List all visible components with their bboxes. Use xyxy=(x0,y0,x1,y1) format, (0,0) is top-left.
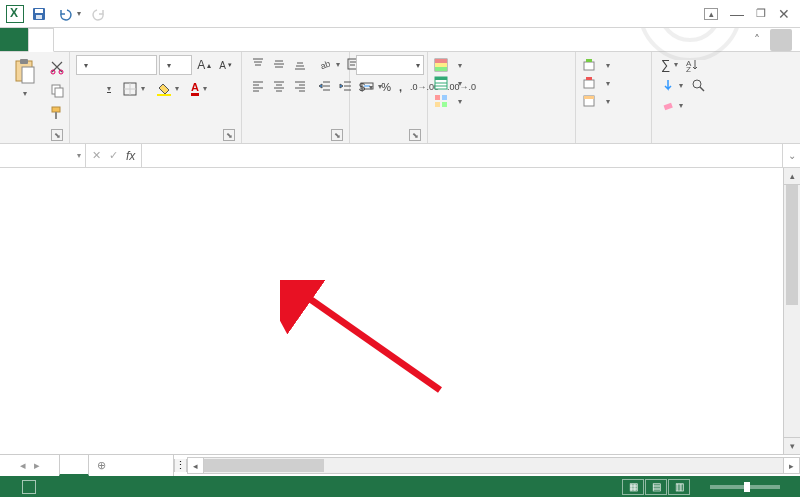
group-font: ⬊ xyxy=(76,138,235,143)
tab-insert[interactable] xyxy=(54,28,78,51)
formula-input[interactable] xyxy=(148,150,776,162)
worksheet-grid: ▴▾ xyxy=(0,168,800,454)
cut-icon[interactable] xyxy=(46,57,68,77)
close-icon[interactable]: ✕ xyxy=(778,6,790,22)
align-bottom-icon[interactable] xyxy=(290,55,310,73)
ribbon-options-icon[interactable]: ▴ xyxy=(704,8,718,20)
macro-record-icon[interactable] xyxy=(22,480,36,494)
copy-icon[interactable] xyxy=(46,80,68,100)
new-sheet-icon[interactable]: ⊕ xyxy=(89,455,113,476)
cell-styles-button[interactable]: ▾ xyxy=(434,93,569,109)
quick-access-toolbar: ▾ xyxy=(0,4,126,24)
group-styles xyxy=(434,138,569,143)
svg-line-69 xyxy=(700,87,704,91)
number-launcher-icon[interactable]: ⬊ xyxy=(409,129,421,141)
name-box[interactable]: ▾ xyxy=(0,144,86,167)
align-top-icon[interactable] xyxy=(248,55,268,73)
enter-formula-icon[interactable]: ✓ xyxy=(109,149,118,162)
normal-view-icon[interactable]: ▦ xyxy=(622,479,644,495)
percent-format-icon[interactable]: % xyxy=(378,79,394,95)
paste-button[interactable]: ▾ xyxy=(6,55,42,100)
number-format-combo[interactable]: ▾ xyxy=(356,55,424,75)
svg-rect-63 xyxy=(586,77,592,80)
status-bar: ▦ ▤ ▥ xyxy=(0,476,800,497)
tab-file[interactable] xyxy=(0,28,28,51)
tab-review[interactable] xyxy=(150,28,174,51)
svg-rect-61 xyxy=(586,59,592,62)
font-color-icon[interactable]: A▾ xyxy=(188,79,210,98)
format-as-table-button[interactable]: ▾ xyxy=(434,75,569,91)
svg-rect-50 xyxy=(435,63,447,67)
qat-customize-icon[interactable] xyxy=(114,12,120,16)
orientation-icon[interactable]: ab▾ xyxy=(315,55,343,73)
vertical-scrollbar[interactable]: ▴▾ xyxy=(783,168,800,454)
restore-icon[interactable]: ❐ xyxy=(756,7,766,20)
font-launcher-icon[interactable]: ⬊ xyxy=(223,129,235,141)
autosum-icon[interactable]: ∑▾ xyxy=(658,55,681,74)
format-painter-icon[interactable] xyxy=(46,103,68,123)
redo-icon[interactable] xyxy=(88,4,110,24)
group-alignment: ⬊ xyxy=(248,138,343,143)
svg-rect-13 xyxy=(55,112,57,119)
svg-point-68 xyxy=(693,80,701,88)
cancel-formula-icon[interactable]: ✕ xyxy=(92,149,101,162)
alignment-launcher-icon[interactable]: ⬊ xyxy=(331,129,343,141)
name-box-input[interactable] xyxy=(4,150,58,162)
minimize-icon[interactable]: — xyxy=(730,6,744,22)
svg-rect-11 xyxy=(55,88,63,97)
undo-icon[interactable]: ▾ xyxy=(54,4,84,24)
insert-function-icon[interactable]: fx xyxy=(126,149,135,163)
svg-rect-12 xyxy=(52,107,60,112)
align-right-icon[interactable] xyxy=(290,77,310,95)
conditional-formatting-button[interactable]: ▾ xyxy=(434,57,569,73)
tab-page-layout[interactable] xyxy=(78,28,102,51)
ribbon-tabs: ˄ xyxy=(0,28,800,52)
svg-rect-49 xyxy=(435,59,447,63)
clipboard-launcher-icon[interactable]: ⬊ xyxy=(51,129,63,141)
svg-rect-53 xyxy=(435,77,447,80)
align-center-icon[interactable] xyxy=(269,77,289,95)
sheet-tab[interactable] xyxy=(59,455,89,476)
account-avatar[interactable] xyxy=(770,29,792,51)
collapse-ribbon-icon[interactable]: ˄ xyxy=(754,33,760,47)
group-clipboard: ⬊ xyxy=(6,138,63,143)
fill-icon[interactable]: ▾ xyxy=(658,76,686,94)
underline-button[interactable]: ▾ xyxy=(100,82,114,95)
comma-format-icon[interactable]: , xyxy=(396,79,405,95)
tab-formulas[interactable] xyxy=(102,28,126,51)
sheet-nav-next-icon[interactable]: ▸ xyxy=(34,459,40,472)
zoom-slider[interactable] xyxy=(710,485,780,489)
ribbon: ▾ ⬊ ▾ ▾ A▴ A▾ ▾ ▾ ▾ A▾ xyxy=(0,52,800,144)
fill-color-icon[interactable]: ▾ xyxy=(154,80,182,98)
decrease-indent-icon[interactable] xyxy=(315,77,335,95)
align-left-icon[interactable] xyxy=(248,77,268,95)
tab-view[interactable] xyxy=(174,28,198,51)
shrink-font-icon[interactable]: A▾ xyxy=(216,58,235,73)
bold-button[interactable] xyxy=(76,87,82,91)
svg-rect-62 xyxy=(584,80,594,88)
sheet-nav-prev-icon[interactable]: ◂ xyxy=(20,459,26,472)
align-middle-icon[interactable] xyxy=(269,55,289,73)
page-break-view-icon[interactable]: ▥ xyxy=(668,479,690,495)
group-editing xyxy=(658,138,708,143)
sort-filter-icon[interactable]: AZ xyxy=(683,56,703,74)
font-name-combo[interactable]: ▾ xyxy=(76,55,157,75)
format-cells-button[interactable]: ▾ xyxy=(582,93,645,109)
accounting-format-icon[interactable]: $▾ xyxy=(356,79,376,95)
page-layout-view-icon[interactable]: ▤ xyxy=(645,479,667,495)
italic-button[interactable] xyxy=(88,87,94,91)
horizontal-scrollbar[interactable]: ⋮ ◂▸ xyxy=(173,455,800,476)
zoom-control[interactable] xyxy=(704,485,792,489)
save-icon[interactable] xyxy=(28,4,50,24)
svg-text:Z: Z xyxy=(686,65,691,72)
clear-icon[interactable]: ▾ xyxy=(658,96,686,114)
find-select-icon[interactable] xyxy=(688,76,708,94)
font-size-combo[interactable]: ▾ xyxy=(159,55,192,75)
delete-cells-button[interactable]: ▾ xyxy=(582,75,645,91)
borders-icon[interactable]: ▾ xyxy=(120,80,148,98)
insert-cells-button[interactable]: ▾ xyxy=(582,57,645,73)
grow-font-icon[interactable]: A▴ xyxy=(194,56,214,74)
expand-formula-bar-icon[interactable]: ⌄ xyxy=(782,144,800,167)
tab-home[interactable] xyxy=(28,28,54,52)
tab-data[interactable] xyxy=(126,28,150,51)
